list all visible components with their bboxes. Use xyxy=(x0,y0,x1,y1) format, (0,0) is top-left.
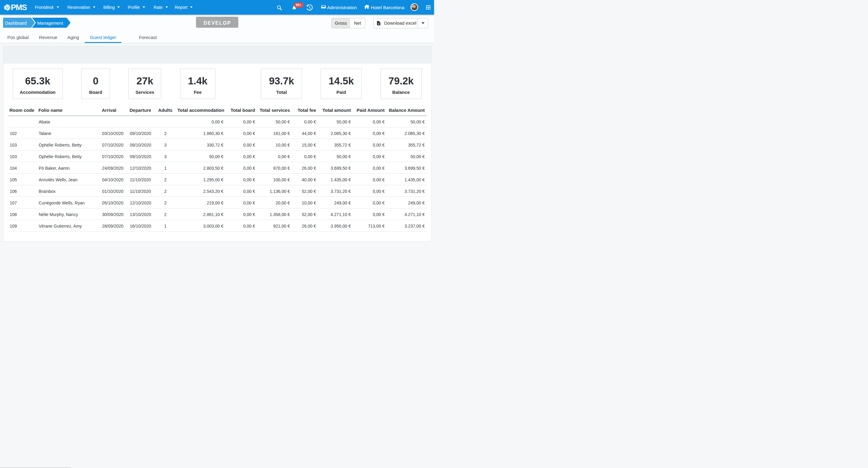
svg-text:U: U xyxy=(6,5,8,9)
svg-text:x: x xyxy=(378,22,379,25)
